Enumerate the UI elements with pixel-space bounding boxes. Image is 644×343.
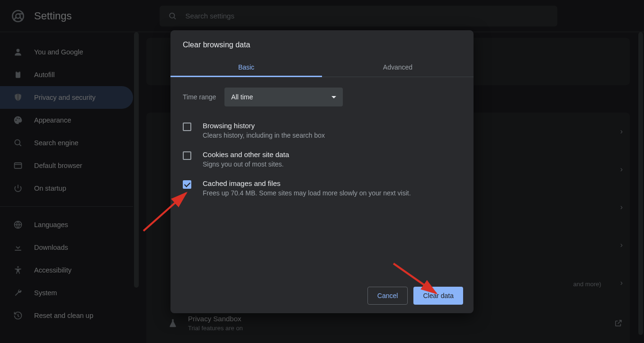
option-title: Cached images and files xyxy=(203,179,411,187)
option-row[interactable]: Cached images and filesFrees up 70.4 MB.… xyxy=(183,174,461,202)
tab-advanced[interactable]: Advanced xyxy=(322,58,474,77)
time-range-row: Time range All time xyxy=(170,77,474,110)
checkbox[interactable] xyxy=(183,180,191,189)
time-range-select[interactable]: All time xyxy=(224,88,343,106)
option-row[interactable]: Browsing historyClears history, includin… xyxy=(183,116,461,145)
time-range-value: All time xyxy=(231,93,253,101)
option-sub: Frees up 70.4 MB. Some sites may load mo… xyxy=(203,189,411,197)
dropdown-icon xyxy=(331,96,336,98)
dialog-footer: Cancel Clear data xyxy=(170,278,474,313)
option-sub: Signs you out of most sites. xyxy=(203,160,289,168)
option-title: Cookies and other site data xyxy=(203,150,289,158)
dialog-title: Clear browsing data xyxy=(170,30,474,58)
checkbox[interactable] xyxy=(183,151,191,160)
clear-data-button[interactable]: Clear data xyxy=(413,287,463,305)
clear-data-dialog: Clear browsing data Basic Advanced Time … xyxy=(170,30,474,313)
checkbox[interactable] xyxy=(183,123,191,131)
tab-basic[interactable]: Basic xyxy=(170,58,322,77)
option-sub: Clears history, including in the search … xyxy=(203,132,325,139)
dialog-tabs: Basic Advanced xyxy=(170,58,474,77)
cancel-button[interactable]: Cancel xyxy=(367,287,408,305)
time-range-label: Time range xyxy=(183,93,216,101)
options-list: Browsing historyClears history, includin… xyxy=(170,110,474,208)
option-title: Browsing history xyxy=(203,122,325,130)
option-row[interactable]: Cookies and other site dataSigns you out… xyxy=(183,145,461,174)
